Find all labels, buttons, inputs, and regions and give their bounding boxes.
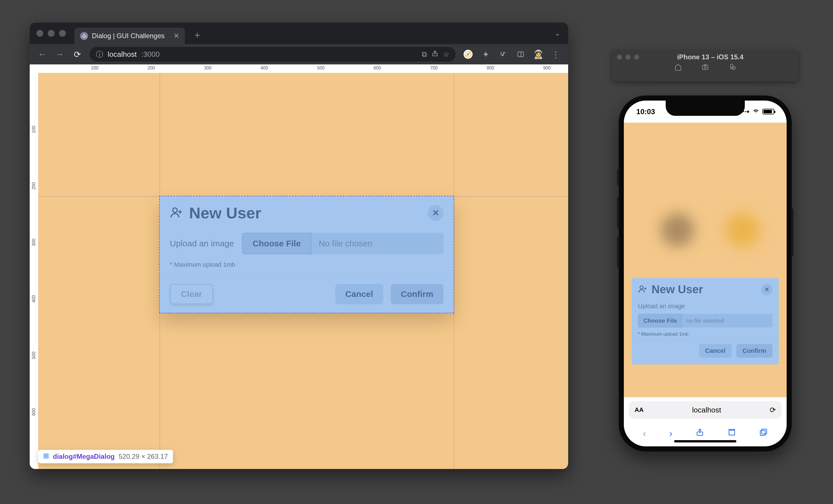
iphone-device: 10:03 ···• New User [619,96,792,451]
confirm-button[interactable]: Confirm [736,344,772,358]
profile-icon[interactable]: 🧑‍🚀 [530,46,546,62]
reload-icon[interactable]: ⟳ [770,406,776,414]
share-icon[interactable] [432,50,438,59]
ruler-tick: 100 [91,66,99,71]
address-bar[interactable]: ⓘ localhost:3000 ⧉ ☆ [90,47,456,61]
dialog-footer: Cancel Confirm [632,339,779,363]
safari-page[interactable]: New User ✕ Upload an image Choose File n… [624,123,787,397]
back-icon[interactable]: ← [34,46,50,62]
safari-address-bar[interactable]: AA localhost ⟳ [629,401,782,419]
clear-button[interactable]: Clear [170,284,213,304]
wifi-icon [752,107,760,116]
svg-rect-3 [500,54,502,55]
user-add-icon [170,206,184,220]
home-indicator[interactable] [674,440,736,443]
favicon-icon: 🕹 [80,32,88,40]
volume-down[interactable] [617,237,619,268]
file-input[interactable]: Choose File No file chosen [242,233,444,254]
forward-icon[interactable]: → [52,46,68,62]
extension-compass-icon[interactable]: 🧭 [460,46,476,62]
svg-rect-13 [703,66,708,70]
upload-row: Upload an image Choose File No file chos… [170,233,444,254]
open-external-icon[interactable]: ⧉ [422,50,427,59]
media-icon[interactable] [495,46,511,62]
bookmark-icon[interactable]: ☆ [443,50,449,59]
tab-close-icon[interactable]: ✕ [173,32,179,40]
forward-icon[interactable]: › [669,428,672,439]
vertical-ruler: 100 200 300 400 500 600 [30,73,38,469]
mute-switch[interactable] [617,169,619,186]
volume-up[interactable] [617,197,619,228]
confirm-button[interactable]: Confirm [390,284,444,304]
grid-icon [43,453,49,460]
minimize-icon[interactable] [48,30,54,37]
blurred-avatar [725,213,760,247]
file-input[interactable]: Choose File no file selected [638,314,772,327]
cancel-button[interactable]: Cancel [699,344,732,358]
dialog-close-button[interactable]: ✕ [428,205,444,221]
close-icon[interactable] [617,54,622,59]
dialog-title: New User [189,204,261,222]
window-controls[interactable] [37,30,66,37]
page-canvas[interactable]: New User ✕ Upload an image Choose File N… [38,73,568,469]
guide-line [454,73,454,469]
tabs-icon[interactable] [759,428,768,439]
svg-rect-21 [762,429,767,434]
simulator-title: iPhone 13 – iOS 15.4 [627,53,793,61]
rotate-icon[interactable] [729,63,736,73]
back-icon[interactable]: ‹ [643,428,646,439]
upload-hint: * Maximum upload 1mb [170,259,444,269]
dialog-body: Upload an image Choose File No file chos… [160,228,454,271]
ruler-tick: 100 [31,126,37,133]
svg-rect-11 [44,456,46,458]
text-size-icon[interactable]: AA [635,406,644,413]
share-icon[interactable] [696,428,704,439]
devtools-viewport: 100 200 300 400 500 600 700 800 900 100 … [30,65,568,469]
ruler-tick: 300 [31,239,37,246]
notch [666,101,745,116]
reload-icon[interactable]: ⟳ [69,46,85,62]
bookmarks-icon[interactable] [728,428,736,439]
svg-rect-2 [500,53,502,54]
kebab-menu-icon[interactable]: ⋮ [548,46,564,62]
svg-rect-1 [500,52,502,53]
dialog-footer: Clear Cancel Confirm [160,277,454,313]
user-add-icon [638,284,648,295]
file-name: no file selected [682,314,772,327]
chevron-down-icon[interactable]: ⌄ [554,29,560,37]
url-host: localhost [108,50,137,59]
screenshot-icon[interactable] [701,63,709,73]
maximize-icon[interactable] [59,30,66,37]
dialog-close-button[interactable]: ✕ [761,284,772,295]
ruler-tick: 800 [487,66,494,71]
tab-title: Dialog | GUI Challenges [92,32,165,40]
svg-point-6 [173,208,177,212]
home-icon[interactable] [674,63,682,73]
browser-tab[interactable]: 🕹 Dialog | GUI Challenges ✕ [74,28,185,44]
svg-point-14 [705,67,706,68]
ruler-corner [30,65,38,73]
simulator-titlebar: iPhone 13 – iOS 15.4 [612,50,799,81]
dialog-body: Upload an image Choose File no file sele… [632,301,779,339]
power-button[interactable] [791,208,793,256]
phone-screen: 10:03 ···• New User [624,101,787,446]
horizontal-ruler: 100 200 300 400 500 600 700 800 900 [38,65,568,73]
safari-toolbar: ‹ › [624,423,787,446]
new-tab-button[interactable]: ＋ [193,29,202,41]
url-port: :3000 [141,50,160,59]
cancel-button[interactable]: Cancel [335,284,383,304]
dialog-header: New User ✕ [632,278,779,301]
ios-simulator: iPhone 13 – iOS 15.4 10:03 ···• [612,50,799,451]
choose-file-button[interactable]: Choose File [638,314,682,327]
ruler-tick: 500 [31,352,37,359]
ruler-tick: 600 [31,408,37,416]
extensions-icon[interactable]: ✦ [478,46,494,62]
svg-rect-9 [44,454,46,455]
element-dims: 520.29 × 263.17 [119,453,168,460]
choose-file-button[interactable]: Choose File [242,233,311,254]
element-tooltip: dialog#MegaDialog 520.29 × 263.17 [38,450,173,463]
site-info-icon[interactable]: ⓘ [96,49,103,59]
devtools-dock-icon[interactable] [513,46,529,62]
upload-label: Upload an image [170,239,234,248]
close-icon[interactable] [37,30,43,37]
